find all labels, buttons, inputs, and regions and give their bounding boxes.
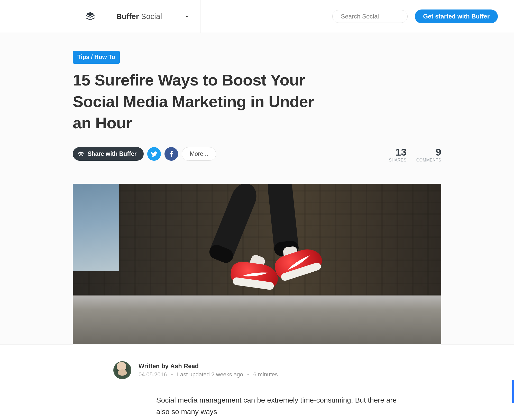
shares-stat: 13 SHARES [389,147,407,163]
engagement-stats: 13 SHARES 9 COMMENTS [389,147,441,163]
brand-text: Buffer Social [116,12,162,21]
article-readtime: 6 minutes [253,371,278,378]
cta-button[interactable]: Get started with Buffer [415,9,498,23]
feature-image [73,184,441,344]
author-avatar[interactable] [113,361,131,379]
shares-count: 13 [389,147,407,157]
article-lead: Social media management can be extremely… [116,395,398,418]
buffer-logo-icon [85,11,95,22]
comments-label: COMMENTS [416,158,441,163]
article-date: 04.05.2016 [139,371,167,378]
buffer-icon [78,151,84,157]
buffer-logo[interactable] [75,0,105,33]
search-input[interactable] [341,13,418,20]
page: Buffer Social Get started with Buffer Ti… [0,0,514,420]
article-updated: Last updated 2 weeks ago [177,371,243,378]
article-title: 15 Surefire Ways to Boost Your Social Me… [73,69,319,134]
share-twitter-button[interactable] [147,147,161,161]
chevron-down-icon [184,14,190,19]
share-with-buffer-button[interactable]: Share with Buffer [73,147,144,161]
share-row: Share with Buffer More... [73,147,441,161]
comments-count: 9 [416,147,441,157]
author-name-line: Written by Ash Read [139,362,278,370]
comments-stat: 9 COMMENTS [416,147,441,163]
shares-label: SHARES [389,158,407,163]
top-nav: Buffer Social Get started with Buffer [0,0,514,33]
twitter-icon [151,151,158,157]
accent-bar [512,380,514,403]
hero-section: Tips / How To 15 Surefire Ways to Boost … [0,33,514,345]
author-byline: Written by Ash Read 04.05.2016 • Last up… [73,361,441,379]
share-more-button[interactable]: More... [182,147,216,161]
article-meta: 04.05.2016 • Last updated 2 weeks ago • … [139,371,278,378]
blog-switcher[interactable]: Buffer Social [105,0,200,33]
search-box[interactable] [332,10,408,23]
share-button-label: Share with Buffer [88,150,136,157]
category-tag[interactable]: Tips / How To [73,51,120,64]
share-facebook-button[interactable] [164,147,178,161]
facebook-icon [170,151,173,157]
